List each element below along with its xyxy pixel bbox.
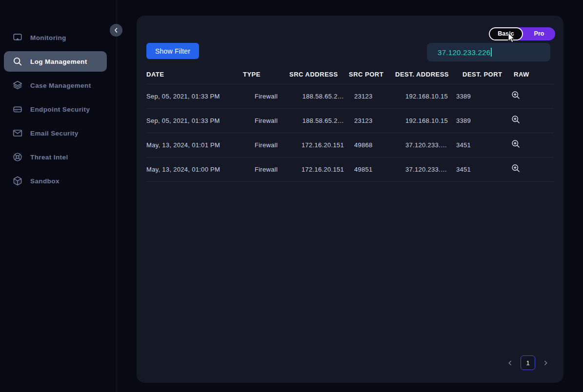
cell-date: May, 13, 2024, 01:01 PM [146, 133, 243, 157]
main-panel: Basic Pro Show Filter 37.120.233.226 DAT… [137, 16, 563, 383]
sidebar-item-case-management[interactable]: Case Management [4, 75, 107, 96]
cell-src-port: 23123 [349, 108, 395, 133]
sidebar-collapse-button[interactable] [110, 24, 122, 37]
show-filter-button[interactable]: Show Filter [146, 43, 199, 59]
column-header-src-port: SRC PORT [349, 65, 395, 84]
plan-toggle-basic-button[interactable]: Basic [489, 27, 523, 40]
cell-type: Firewall [243, 157, 289, 181]
cell-raw [510, 157, 554, 181]
sidebar-item-label: Threat Intel [30, 154, 68, 161]
raw-zoom-in-button[interactable] [511, 90, 521, 100]
search-input[interactable]: 37.120.233.226 [427, 43, 550, 61]
sidebar-item-label: Log Management [30, 58, 87, 65]
sidebar-item-monitoring[interactable]: Monitoring [4, 27, 107, 48]
column-header-raw: RAW [510, 65, 554, 84]
sidebar-item-email-security[interactable]: Email Security [4, 123, 107, 143]
plan-toggle-pro-button[interactable]: Pro [523, 27, 555, 40]
cell-raw [510, 108, 554, 133]
layers-icon [12, 80, 23, 91]
table-row: Sep, 05, 2021, 01:33 PM Firewall 188.58.… [146, 84, 554, 108]
sidebar-item-log-management[interactable]: Log Management [4, 51, 107, 72]
cell-src-port: 49868 [349, 133, 395, 157]
sidebar-item-label: Case Management [30, 82, 91, 89]
cell-date: May, 13, 2024, 01:00 PM [146, 157, 243, 181]
pagination-prev-button[interactable] [506, 359, 514, 367]
text-caret [491, 48, 492, 57]
zoom-in-icon [511, 90, 521, 100]
column-header-dest-port: DEST. PORT [462, 65, 510, 84]
cell-src-port: 49851 [349, 157, 395, 181]
column-header-src-address: SRC ADDRESS [289, 65, 349, 84]
column-header-date: DATE [146, 65, 243, 84]
raw-zoom-in-button[interactable] [511, 139, 521, 149]
pagination: 1 [506, 355, 550, 370]
cell-dest-port: 3389 [462, 84, 510, 108]
zoom-in-icon [511, 115, 521, 125]
cell-dest-address: 37.120.233.… [395, 157, 462, 181]
cell-date: Sep, 05, 2021, 01:33 PM [146, 108, 243, 133]
pagination-current-page[interactable]: 1 [521, 355, 535, 370]
search-input-value: 37.120.233.226 [438, 48, 490, 57]
sidebar-item-endpoint-security[interactable]: Endpoint Security [4, 99, 107, 119]
harddrive-icon [12, 104, 23, 115]
chevron-right-icon [543, 360, 549, 366]
cell-type: Firewall [243, 133, 289, 157]
cell-raw [510, 133, 554, 157]
zoom-in-icon [511, 163, 521, 174]
column-header-type: TYPE [243, 65, 289, 84]
sidebar-item-label: Monitoring [30, 34, 66, 41]
cell-type: Firewall [243, 84, 289, 108]
table-row: Sep, 05, 2021, 01:33 PM Firewall 188.58.… [146, 108, 554, 133]
mail-icon [12, 128, 23, 138]
column-header-dest-address: DEST. ADDRESS [395, 65, 462, 84]
sidebar: Monitoring Log Management Case Managemen… [0, 0, 117, 392]
monitor-icon [12, 32, 23, 43]
cell-dest-address: 192.168.10.15 [395, 84, 462, 108]
cell-src-address: 188.58.65.2… [289, 84, 349, 108]
table-header-row: DATE TYPE SRC ADDRESS SRC PORT DEST. ADD… [146, 65, 554, 84]
cell-raw [510, 84, 554, 108]
chevron-left-icon [507, 360, 513, 366]
raw-zoom-in-button[interactable] [511, 115, 521, 125]
plan-toggle: Basic Pro [489, 27, 555, 40]
cell-dest-address: 37.120.233.… [395, 133, 462, 157]
zoom-in-icon [511, 139, 521, 149]
pagination-next-button[interactable] [542, 359, 550, 367]
raw-zoom-in-button[interactable] [511, 163, 521, 174]
cell-src-address: 172.16.20.151 [289, 133, 349, 157]
app-root: Monitoring Log Management Case Managemen… [0, 0, 583, 392]
sidebar-item-label: Email Security [30, 130, 79, 137]
cell-type: Firewall [243, 108, 289, 133]
log-table: DATE TYPE SRC ADDRESS SRC PORT DEST. ADD… [146, 65, 554, 182]
sidebar-item-sandbox[interactable]: Sandbox [4, 171, 107, 191]
chevron-left-icon [113, 27, 120, 34]
cell-src-address: 172.16.20.151 [289, 157, 349, 181]
cell-date: Sep, 05, 2021, 01:33 PM [146, 84, 243, 108]
sidebar-item-label: Sandbox [30, 177, 60, 185]
table-row: May, 13, 2024, 01:01 PM Firewall 172.16.… [146, 133, 554, 157]
cell-dest-port: 3451 [462, 133, 510, 157]
cell-src-address: 188.58.65.2… [289, 108, 349, 133]
cell-dest-address: 192.168.10.15 [395, 108, 462, 133]
sidebar-item-threat-intel[interactable]: Threat Intel [4, 147, 107, 167]
cell-dest-port: 3451 [462, 157, 510, 181]
cube-icon [12, 176, 23, 186]
sidebar-item-label: Endpoint Security [30, 106, 90, 113]
sidebar-nav: Monitoring Log Management Case Managemen… [0, 27, 117, 191]
table-row: May, 13, 2024, 01:00 PM Firewall 172.16.… [146, 157, 554, 181]
cell-dest-port: 3389 [462, 108, 510, 133]
search-icon [12, 56, 23, 67]
cell-src-port: 23123 [349, 84, 395, 108]
target-icon [12, 152, 23, 162]
